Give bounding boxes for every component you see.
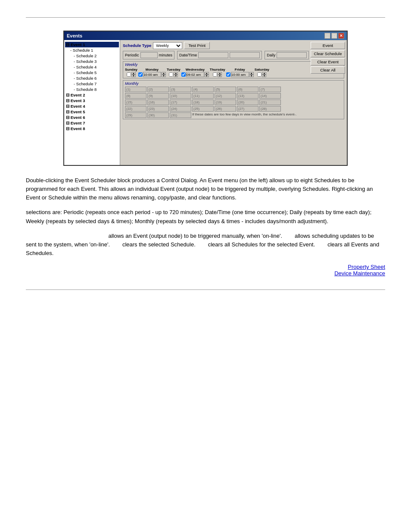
- dialog-title: Events: [67, 33, 82, 38]
- day-sunday: Sunday ▲ ▼: [125, 68, 137, 77]
- monthly-section: Monthly (1) (2) (3) (4) (5) (6) (7): [123, 80, 344, 119]
- tree-event4[interactable]: ⊟ Event 4: [65, 103, 119, 109]
- clear-schedule-button[interactable]: Clear Schedule: [311, 50, 345, 57]
- description-paragraph3: allows an Event (output node) to be trig…: [26, 232, 385, 258]
- clear-event-button[interactable]: Clear Event: [311, 58, 345, 65]
- month-cell-10: (10): [170, 93, 191, 99]
- month-cell-21: (21): [259, 100, 281, 105]
- wednesday-down[interactable]: ▼: [205, 75, 209, 77]
- tree-schedule2[interactable]: - Schedule 2: [65, 53, 119, 59]
- month-cell-22: (22): [125, 106, 146, 112]
- top-rule: [26, 17, 385, 18]
- wednesday-checkbox[interactable]: [181, 72, 186, 77]
- page-container: Events _ □ ✕ ⊟ Event 1 - Schedule 1 - Sc…: [0, 0, 411, 307]
- sunday-spinner: ▲ ▼: [131, 72, 136, 77]
- property-sheet-link[interactable]: Property Sheet: [26, 264, 385, 270]
- schedule-type-label: Schedule Type: [123, 43, 151, 48]
- day-thursday: Thursday ▲ ▼: [210, 68, 225, 77]
- clear-all-button[interactable]: Clear All: [311, 66, 345, 74]
- description-paragraph1: Double-clicking the Event Scheduler bloc…: [26, 176, 385, 202]
- day-tuesday: Tuesday ▲ ▼: [167, 68, 181, 77]
- tree-event8[interactable]: ⊟ Event 8: [65, 126, 119, 131]
- month-cell-5: (5): [215, 87, 236, 92]
- thursday-checkbox[interactable]: [213, 72, 217, 77]
- friday-checkbox[interactable]: [226, 72, 230, 77]
- month-cell-28: (28): [259, 106, 281, 112]
- month-cell-19: (19): [215, 100, 236, 105]
- tree-event7[interactable]: ⊟ Event 7: [65, 120, 119, 126]
- tree-schedule4[interactable]: - Schedule 4: [65, 64, 119, 70]
- day-monday: Monday ▲ ▼: [138, 68, 166, 77]
- action-buttons: Event Clear Schedule Clear Event Clear A…: [311, 42, 345, 74]
- datetime-time-input[interactable]: [230, 52, 260, 58]
- tree-schedule8[interactable]: - Schedule 8: [65, 87, 119, 92]
- test-print-button[interactable]: Test Print: [184, 42, 210, 49]
- links-section: Property Sheet Device Maintenance: [26, 264, 385, 277]
- periodic-every-input[interactable]: [140, 52, 158, 58]
- tuesday-spinner: ▲ ▼: [174, 72, 178, 77]
- tuesday-down[interactable]: ▼: [174, 75, 178, 77]
- friday-down[interactable]: ▼: [249, 75, 254, 77]
- month-cell-17: (17): [170, 100, 191, 105]
- tree-schedule7[interactable]: - Schedule 7: [65, 81, 119, 87]
- monday-time[interactable]: [143, 72, 161, 77]
- event-button[interactable]: Event: [311, 42, 345, 49]
- desc-text1: Double-clicking the Event Scheduler bloc…: [26, 176, 385, 202]
- saturday-checkbox[interactable]: [257, 72, 262, 77]
- event-tree-panel: ⊟ Event 1 - Schedule 1 - Schedule 2 - Sc…: [64, 40, 120, 165]
- month-cell-24: (24): [170, 106, 191, 112]
- tree-event6[interactable]: ⊟ Event 6: [65, 115, 119, 120]
- schedule-type-select[interactable]: Weekly Periodic Date/Time Daily Monthly: [153, 42, 182, 49]
- periodic-minutes-label: minutes: [159, 53, 173, 57]
- tree-event5[interactable]: ⊟ Event 5: [65, 109, 119, 115]
- tree-schedule6[interactable]: - Schedule 6: [65, 75, 119, 81]
- monday-down[interactable]: ▼: [162, 75, 166, 77]
- day-wednesday: Wednesday ▲ ▼: [181, 68, 209, 77]
- tree-schedule5[interactable]: - Schedule 5: [65, 70, 119, 75]
- maximize-btn[interactable]: □: [331, 33, 337, 39]
- minimize-btn[interactable]: _: [324, 33, 330, 39]
- periodic-label: Periodic: [125, 53, 139, 57]
- datetime-label: Date/Time: [179, 53, 197, 57]
- daily-time-input[interactable]: [277, 52, 307, 58]
- tree-schedule1[interactable]: - Schedule 1: [65, 47, 119, 53]
- month-cell-15: (15): [125, 100, 146, 105]
- tree-schedule3[interactable]: - Schedule 3: [65, 59, 119, 64]
- monthly-grid: (1) (2) (3) (4) (5) (6) (7) (8): [125, 87, 342, 118]
- weekly-label: Weekly: [125, 62, 342, 67]
- month-cell-29: (29): [125, 112, 146, 118]
- monthly-label: Monthly: [125, 81, 342, 86]
- month-cell-3: (3): [170, 87, 191, 92]
- month-cell-1: (1): [125, 87, 146, 92]
- description-paragraph2: selections are: Periodic (repeats once e…: [26, 208, 385, 225]
- sunday-checkbox[interactable]: [127, 72, 131, 77]
- month-cell-7: (7): [259, 87, 281, 92]
- month-cell-20: (20): [237, 100, 258, 105]
- tree-event2[interactable]: ⊟ Event 2: [65, 92, 119, 98]
- monthly-row-4: (22) (23) (24) (25) (26) (27) (28): [125, 106, 342, 112]
- datetime-section: Date/Time: [177, 51, 262, 59]
- sunday-down[interactable]: ▼: [131, 75, 136, 77]
- datetime-input[interactable]: [198, 52, 228, 58]
- friday-time[interactable]: [231, 72, 249, 77]
- month-cell-4: (4): [192, 87, 214, 92]
- daily-label: Daily: [267, 53, 275, 57]
- month-cell-9: (9): [147, 93, 169, 99]
- close-btn[interactable]: ✕: [338, 33, 344, 39]
- month-cell-27: (27): [237, 106, 258, 112]
- saturday-down[interactable]: ▼: [262, 75, 266, 77]
- month-cell-11: (11): [192, 93, 214, 99]
- wednesday-time[interactable]: [186, 72, 204, 77]
- tuesday-checkbox[interactable]: [169, 72, 173, 77]
- thursday-down[interactable]: ▼: [218, 75, 222, 77]
- device-maintenance-link[interactable]: Device Maintenance: [26, 270, 385, 277]
- month-cell-14: (14): [259, 93, 281, 99]
- month-cell-2: (2): [147, 87, 169, 92]
- month-cell-12: (12): [215, 93, 236, 99]
- tree-event1[interactable]: ⊟ Event 1: [65, 42, 119, 47]
- tree-event3[interactable]: ⊟ Event 3: [65, 98, 119, 103]
- periodic-section: Periodic minutes: [123, 51, 174, 59]
- month-cell-30: (30): [147, 112, 169, 118]
- month-cell-25: (25): [192, 106, 214, 112]
- monday-checkbox[interactable]: [138, 72, 143, 77]
